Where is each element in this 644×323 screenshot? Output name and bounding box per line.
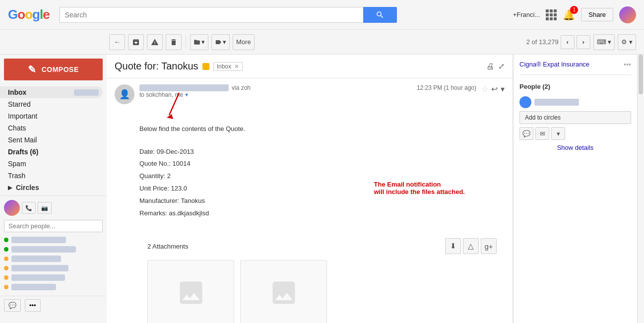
expand-button[interactable]: ⤢ bbox=[498, 62, 505, 71]
gmail-toolbar: ← ▾ ▾ More 2 of 13,279 ‹ › ⌨ ▾ ⚙ ▾ bbox=[0, 30, 644, 55]
inbox-badge-label: Inbox bbox=[217, 63, 231, 70]
attachments-header: 2 Attachments ⬇ △ g+ bbox=[147, 238, 497, 254]
contact-name bbox=[11, 246, 76, 253]
phone-call-button[interactable]: 📞 bbox=[22, 202, 36, 214]
share-button[interactable]: Share bbox=[581, 8, 613, 21]
contact-name bbox=[11, 237, 66, 243]
show-details-link[interactable]: Show details bbox=[519, 144, 631, 151]
prev-page-button[interactable]: ‹ bbox=[561, 35, 575, 49]
ad-menu-button[interactable]: ••• bbox=[624, 61, 631, 68]
status-dot-online bbox=[4, 247, 8, 252]
apps-grid-icon[interactable] bbox=[546, 9, 557, 20]
inbox-badge-close[interactable]: ✕ bbox=[234, 63, 239, 70]
search-people-input[interactable] bbox=[4, 220, 103, 232]
chat-icon-button[interactable]: 💬 bbox=[4, 299, 21, 312]
search-input[interactable] bbox=[60, 7, 363, 23]
print-button[interactable]: 🖨 bbox=[486, 62, 494, 71]
more-button[interactable]: More bbox=[233, 34, 255, 50]
compose-plus-icon: ✎ bbox=[28, 64, 37, 75]
chat-bottom-bar: 💬 ••• bbox=[0, 296, 107, 315]
message-actions: ☆ ↩ ▾ bbox=[481, 84, 505, 94]
person-item: Add to circles 💬 ✉ ▾ Show details bbox=[519, 96, 631, 151]
scrollbar-thumb[interactable] bbox=[639, 55, 643, 94]
move-to-button[interactable]: ▾ bbox=[190, 34, 208, 50]
attachment-actions: ⬇ △ g+ bbox=[445, 238, 497, 254]
save-to-drive-button[interactable]: △ bbox=[463, 238, 479, 254]
arrow-indicator-container bbox=[139, 110, 505, 120]
contact-name bbox=[11, 284, 56, 290]
attachment-preview bbox=[241, 260, 326, 323]
star-button[interactable]: ☆ bbox=[481, 84, 488, 94]
status-dot-busy bbox=[4, 275, 8, 280]
download-all-button[interactable]: ⬇ bbox=[445, 238, 461, 254]
add-to-google-plus-button[interactable]: g+ bbox=[481, 238, 497, 254]
delete-button[interactable] bbox=[166, 34, 182, 50]
person-email-button[interactable]: ✉ bbox=[535, 127, 549, 140]
add-to-circles-button[interactable]: Add to circles bbox=[519, 111, 631, 124]
attachments-section: 2 Attachments ⬇ △ g+ images.jp bbox=[139, 230, 505, 323]
main-layout: ✎ COMPOSE Inbox Starred Important Chats … bbox=[0, 55, 644, 323]
attachment-item[interactable]: images.jpg bbox=[147, 260, 234, 323]
sender-via: via zoh bbox=[232, 84, 251, 91]
next-page-button[interactable]: › bbox=[577, 35, 590, 49]
person-more-button[interactable]: ▾ bbox=[551, 127, 565, 140]
contact-item[interactable] bbox=[4, 273, 103, 282]
sidebar: ✎ COMPOSE Inbox Starred Important Chats … bbox=[0, 55, 107, 323]
keyboard-shortcuts-button[interactable]: ⌨ ▾ bbox=[593, 34, 615, 50]
settings-button[interactable]: ⚙ ▾ bbox=[618, 34, 636, 50]
status-dot-online bbox=[4, 238, 8, 242]
contact-name bbox=[11, 265, 68, 271]
sidebar-item-sent[interactable]: Sent Mail bbox=[0, 134, 103, 146]
contact-item[interactable] bbox=[4, 254, 103, 263]
compose-button[interactable]: ✎ COMPOSE bbox=[4, 59, 103, 80]
top-right-nav: +Franci... 🔔 1 Share bbox=[513, 6, 636, 23]
scrollbar[interactable] bbox=[637, 55, 644, 323]
sidebar-item-circles[interactable]: ▶ Circles bbox=[0, 182, 107, 194]
message-time: 12:23 PM (1 hour ago) bbox=[417, 84, 476, 91]
archive-button[interactable] bbox=[128, 34, 144, 50]
sidebar-item-trash[interactable]: Trash bbox=[0, 170, 103, 182]
google-logo: Google bbox=[8, 7, 50, 22]
email-icons: 🖨 ⤢ bbox=[486, 62, 505, 71]
notification-icon[interactable]: 🔔 1 bbox=[563, 9, 575, 21]
person-actions: 💬 ✉ ▾ bbox=[519, 127, 631, 140]
email-subject: Quote for: Tanokus bbox=[115, 61, 198, 72]
contact-list bbox=[4, 235, 103, 292]
labels-button[interactable]: ▾ bbox=[211, 34, 230, 50]
search-button[interactable] bbox=[363, 7, 397, 23]
user-name-link[interactable]: +Franci... bbox=[513, 11, 540, 18]
back-button[interactable]: ← bbox=[109, 34, 125, 50]
label-dot-icon bbox=[202, 63, 209, 70]
sidebar-item-important[interactable]: Important bbox=[0, 110, 103, 122]
status-dot-busy bbox=[4, 257, 8, 261]
contact-item[interactable] bbox=[4, 263, 103, 273]
contact-item[interactable] bbox=[4, 282, 103, 292]
page-info: 2 of 13,279 ‹ › bbox=[526, 35, 590, 49]
avatar[interactable] bbox=[619, 6, 636, 23]
reply-button[interactable]: ↩ bbox=[491, 84, 498, 94]
sidebar-item-starred[interactable]: Starred bbox=[0, 98, 103, 110]
contact-item[interactable] bbox=[4, 245, 103, 254]
annotation-container: The Email notification will include the … bbox=[139, 181, 505, 195]
chat-more-button[interactable]: ••• bbox=[25, 299, 41, 312]
sidebar-item-drafts[interactable]: Drafts (6) bbox=[0, 146, 103, 158]
annotation-text: The Email notification will include the … bbox=[374, 181, 465, 195]
ad-item: Cigna® Expat Insurance ••• bbox=[519, 61, 631, 75]
video-call-button[interactable]: 📷 bbox=[38, 202, 52, 214]
person-chat-button[interactable]: 💬 bbox=[519, 127, 533, 140]
user-avatar bbox=[4, 200, 20, 216]
svg-line-0 bbox=[169, 93, 179, 115]
inbox-badge[interactable]: Inbox ✕ bbox=[213, 62, 243, 71]
spam-button[interactable] bbox=[147, 34, 163, 50]
sidebar-item-inbox[interactable]: Inbox bbox=[0, 86, 103, 98]
sidebar-item-spam[interactable]: Spam bbox=[0, 158, 103, 170]
contact-name bbox=[11, 256, 61, 262]
ad-text[interactable]: Cigna® Expat Insurance bbox=[519, 61, 589, 68]
people-section: 📞 📷 bbox=[0, 195, 107, 296]
right-panel: Cigna® Expat Insurance ••• People (2) Ad… bbox=[513, 55, 637, 323]
status-dot-busy bbox=[4, 285, 8, 289]
more-actions-button[interactable]: ▾ bbox=[501, 84, 505, 94]
attachment-item[interactable]: directory-sm.png bbox=[240, 260, 327, 323]
sidebar-item-chats[interactable]: Chats bbox=[0, 122, 103, 134]
contact-item[interactable] bbox=[4, 235, 103, 245]
